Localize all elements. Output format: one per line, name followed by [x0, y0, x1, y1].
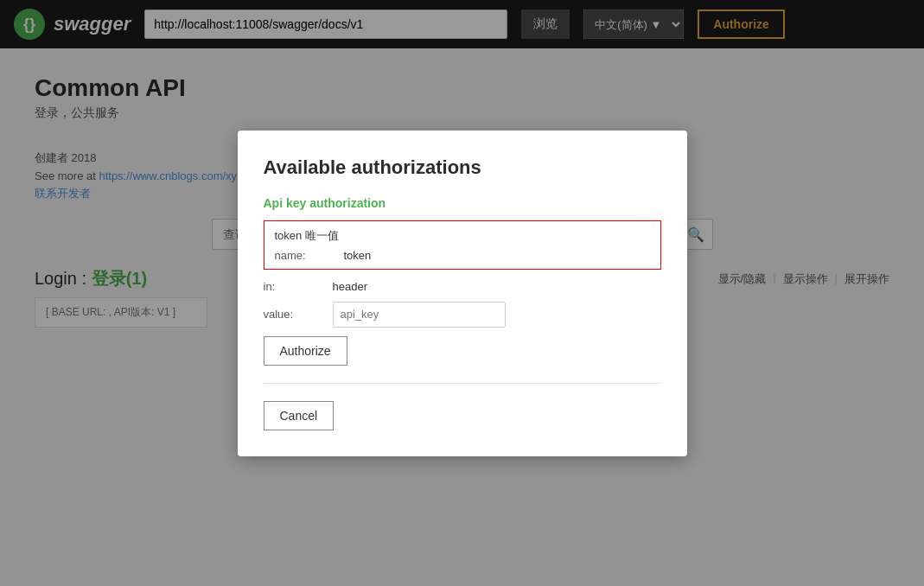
value-row: value:	[264, 302, 661, 328]
in-label: in:	[264, 280, 333, 293]
modal-title: Available authorizations	[264, 156, 661, 179]
modal-cancel-button[interactable]: Cancel	[264, 401, 335, 430]
modal-overlay: Available authorizations Api key authori…	[0, 0, 924, 586]
value-input[interactable]	[333, 302, 506, 328]
value-label: value:	[264, 308, 333, 321]
in-row: in: header	[264, 280, 661, 293]
token-description: token 唯一值	[275, 229, 339, 242]
name-label: name:	[275, 249, 344, 262]
name-row: name: token	[275, 249, 650, 262]
name-value: token	[344, 249, 372, 262]
modal-divider	[264, 383, 661, 384]
modal-authorize-button[interactable]: Authorize	[264, 336, 347, 366]
in-value: header	[333, 280, 367, 293]
modal-authorize-actions: Authorize	[264, 336, 661, 366]
modal: Available authorizations Api key authori…	[238, 131, 687, 456]
modal-cancel-actions: Cancel	[264, 401, 661, 430]
auth-section: Api key authorization token 唯一值 name: to…	[264, 196, 661, 328]
auth-section-title: Api key authorization	[264, 196, 661, 210]
token-description-box: token 唯一值 name: token	[264, 220, 661, 270]
